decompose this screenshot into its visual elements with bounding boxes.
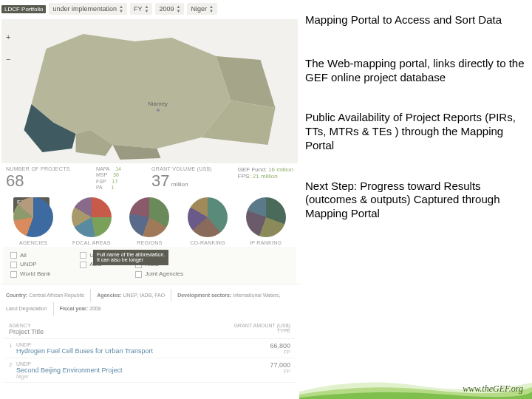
fy-label-stepper[interactable]: ▲▼ (145, 4, 149, 13)
zoom-out-icon[interactable]: − (6, 55, 10, 64)
pie-corank[interactable] (188, 197, 228, 237)
map-view[interactable]: + − Niamey (1, 19, 298, 163)
fy-value-stepper[interactable]: ▲▼ (176, 4, 180, 13)
check-joint[interactable]: Joint Agencies (135, 270, 183, 279)
fy-label: FY (134, 5, 143, 13)
pie-iprank[interactable] (246, 197, 286, 237)
projects-value: 68 (6, 171, 70, 191)
country-filter[interactable]: Niger ▲▼ (187, 3, 216, 15)
grant-value: 37 (151, 171, 169, 190)
portfolio-tag[interactable]: LDCF Portfolio (1, 5, 46, 13)
status-value: under implementation (52, 5, 117, 13)
map-svg (1, 19, 298, 163)
footer: www.theGEF.org (299, 369, 532, 399)
fy-value-filter[interactable]: 2009 ▲▼ (155, 3, 184, 15)
fy-value: 2009 (159, 5, 174, 13)
city-name: Niamey (148, 100, 168, 107)
pie-regions[interactable] (129, 197, 169, 237)
country-stepper[interactable]: ▲▼ (209, 4, 214, 13)
portal-panel: LDCF Portfolio under implementation ▲▼ F… (0, 0, 299, 399)
projects-stat: NUMBER OF PROJECTS 68 (6, 166, 70, 191)
annotation-panel: Mapping Portal to Access and Sort Data T… (299, 0, 532, 399)
grant-stat: GRANT VOLUME (US$) 37 million (151, 166, 212, 191)
note-4: Next Step: Progress toward Results (outc… (305, 180, 526, 221)
pie-agencies[interactable] (13, 197, 53, 237)
check-worldbank[interactable]: World Bank (10, 270, 50, 279)
table-head: AGENCYProject Title Grant amount (US$)TY… (4, 320, 295, 339)
project-link[interactable]: Second Beijing Environment Project (16, 366, 246, 374)
footer-url[interactable]: www.theGEF.org (463, 383, 523, 395)
grant-label: GRANT VOLUME (US$) (151, 166, 212, 171)
table-row[interactable]: 2 UNDP Second Beijing Environment Projec… (4, 358, 295, 383)
projects-table: AGENCYProject Title Grant amount (US$)TY… (0, 320, 299, 383)
meta-row: Country: Central African Republic Agenci… (0, 284, 299, 320)
country-value: Niger (191, 5, 207, 13)
table-row[interactable]: 1 UNDP Hydrogen Fuel Cell Buses for Urba… (4, 339, 295, 358)
filter-bar: LDCF Portfolio under implementation ▲▼ F… (0, 0, 299, 18)
city-marker-icon (157, 109, 160, 112)
stats-row: NUMBER OF PROJECTS 68 NAPA 14 MSP 36 FSP… (0, 163, 299, 194)
check-undp[interactable]: UNDP (10, 260, 50, 270)
check-all[interactable]: All (10, 251, 50, 261)
status-stepper[interactable]: ▲▼ (119, 4, 123, 13)
abbrev-tooltip: Full name of the abbreviation. It can al… (93, 250, 168, 265)
grant-unit: million (171, 181, 188, 188)
map-city-label: Niamey (148, 100, 168, 112)
projects-label: NUMBER OF PROJECTS (6, 166, 70, 171)
note-2: The Web-mapping portal, links directly t… (305, 57, 526, 85)
projects-breakdown: NAPA 14 MSP 36 FSP 17 PA 1 (96, 166, 126, 191)
zoom-controls[interactable]: + − (6, 33, 10, 77)
note-1: Mapping Portal to Access and Sort Data (305, 13, 526, 27)
zoom-in-icon[interactable]: + (6, 33, 10, 41)
pie-row: FAO 79 projects AGENCIES FOCAL AREAS REG… (0, 194, 299, 247)
fy-filter[interactable]: FY ▲▼ (130, 3, 152, 15)
status-filter[interactable]: under implementation ▲▼ (49, 3, 127, 15)
agency-checks: All UNDP World Bank UNEP ADB EBRD AfDB J… (3, 247, 296, 284)
project-link[interactable]: Hydrogen Fuel Cell Buses for Urban Trans… (16, 347, 246, 355)
pie-focal[interactable] (72, 197, 112, 237)
note-3: Public Availability of Project Reports (… (305, 111, 526, 152)
fund-breakdown: GEF Fund: 16 million FPS: 21 million (238, 166, 293, 180)
